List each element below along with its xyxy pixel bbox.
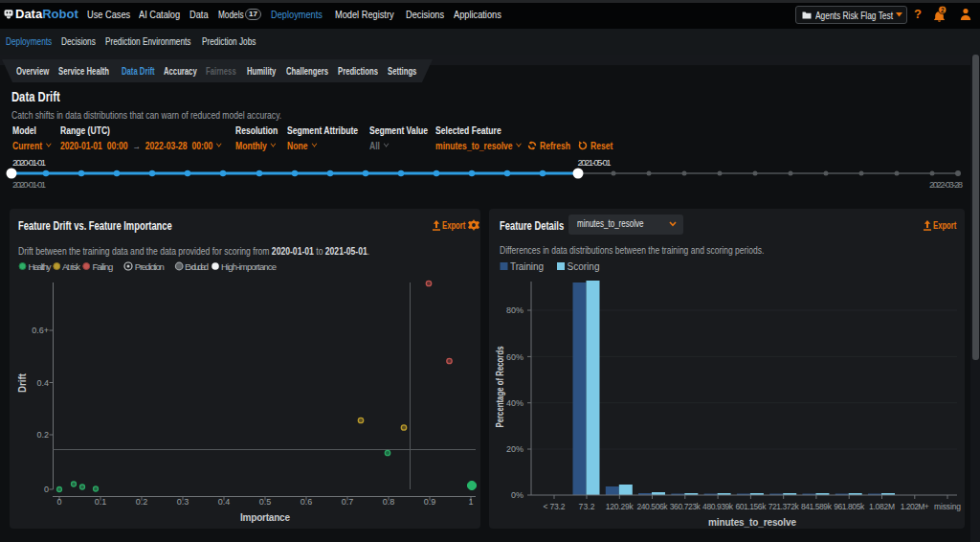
svg-text:Prediction: Prediction (135, 261, 165, 272)
svg-text:1: 1 (468, 497, 473, 507)
svg-text:360.723k: 360.723k (670, 502, 702, 511)
svg-text:0.7: 0.7 (342, 497, 354, 507)
svg-text:Drift: Drift (17, 373, 28, 393)
svg-text:721.372k: 721.372k (768, 502, 800, 511)
svg-text:minutes_to_resolve: minutes_to_resolve (708, 517, 796, 528)
svg-text:0%: 0% (511, 490, 523, 500)
svg-text:< 73.2: < 73.2 (544, 502, 566, 511)
svg-text:0: 0 (56, 497, 61, 507)
svg-text:2: 2 (941, 7, 945, 13)
svg-text:0.1: 0.1 (95, 497, 107, 507)
svg-text:0.6: 0.6 (301, 497, 313, 507)
svg-text:2020-01-01: 2020-01-01 (12, 179, 46, 190)
svg-text:Failing: Failing (92, 261, 113, 272)
svg-text:Importance: Importance (240, 512, 290, 523)
svg-text:At risk: At risk (62, 261, 80, 272)
svg-text:2020-01-01: 2020-01-01 (12, 157, 46, 168)
svg-text:2022-03-28: 2022-03-28 (929, 179, 963, 190)
svg-text:Scoring: Scoring (568, 261, 600, 272)
svg-text:73.2: 73.2 (579, 502, 595, 511)
svg-text:120.29k: 120.29k (606, 502, 635, 511)
svg-text:0.5: 0.5 (259, 497, 272, 507)
svg-text:480.939k: 480.939k (702, 502, 734, 511)
svg-text:1.082M: 1.082M (869, 502, 895, 511)
svg-text:Excluded: Excluded (185, 261, 209, 272)
svg-text:0: 0 (44, 485, 49, 494)
svg-text:0.4: 0.4 (36, 378, 49, 388)
svg-text:Healthy: Healthy (28, 261, 51, 272)
svg-text:961.805k: 961.805k (834, 502, 865, 511)
svg-text:60%: 60% (506, 352, 523, 362)
svg-text:Training: Training (510, 261, 544, 272)
svg-text:601.156k: 601.156k (735, 502, 767, 511)
svg-text:missing: missing (934, 502, 961, 511)
svg-text:1.202M+: 1.202M+ (901, 502, 929, 511)
svg-text:40%: 40% (506, 398, 523, 408)
svg-text:20%: 20% (506, 444, 523, 454)
svg-text:0.4: 0.4 (218, 497, 231, 507)
svg-text:80%: 80% (506, 305, 523, 315)
svg-text:0.2: 0.2 (136, 497, 148, 507)
svg-text:240.506k: 240.506k (637, 502, 669, 511)
svg-text:841.589k: 841.589k (801, 502, 833, 511)
svg-text:High-importance: High-importance (221, 261, 277, 272)
svg-text:0.9: 0.9 (424, 497, 436, 507)
svg-text:0.3: 0.3 (177, 497, 189, 507)
svg-text:Percentage of Records: Percentage of Records (495, 346, 505, 427)
svg-text:0.8: 0.8 (383, 497, 395, 507)
svg-text:0.6+: 0.6+ (32, 326, 49, 335)
svg-text:0.2: 0.2 (36, 430, 49, 440)
svg-text:2021-05-01: 2021-05-01 (578, 157, 612, 168)
